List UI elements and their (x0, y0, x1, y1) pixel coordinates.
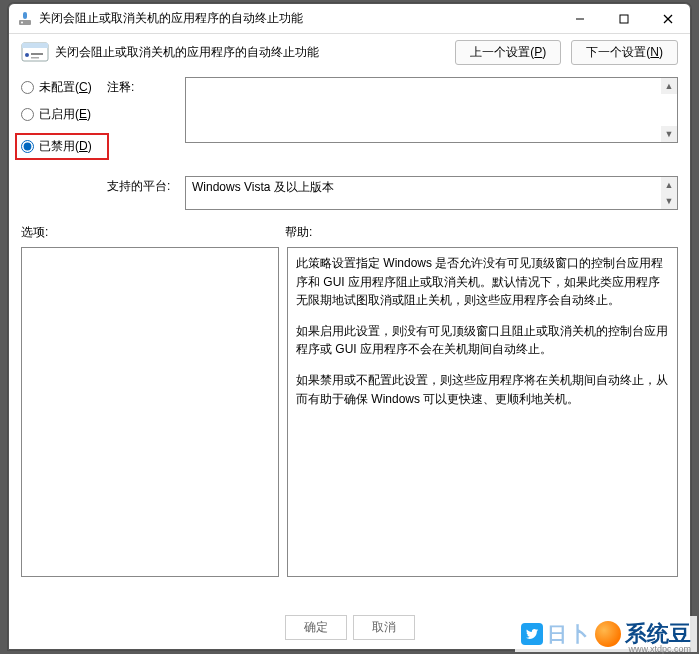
radio-group: 未配置(C) 已启用(E) 已禁用(D) (21, 77, 107, 170)
radio-disabled-input[interactable] (21, 140, 34, 153)
platform-value: Windows Vista 及以上版本 (192, 180, 334, 194)
cancel-button[interactable]: 取消 (353, 615, 415, 640)
twitter-icon (521, 623, 543, 645)
scroll-up-icon[interactable]: ▲ (661, 177, 677, 193)
svg-rect-1 (19, 20, 31, 25)
radio-enabled-input[interactable] (21, 108, 34, 121)
watermark: 日卜 系统豆 www.xtdpc.com (515, 616, 697, 652)
radio-not-configured-input[interactable] (21, 81, 34, 94)
svg-rect-11 (31, 57, 39, 59)
comment-label: 注释: (107, 77, 185, 170)
help-p2: 如果启用此设置，则没有可见顶级窗口且阻止或取消关机的控制台应用程序或 GUI 应… (296, 322, 669, 359)
radio-enabled[interactable]: 已启用(E) (21, 106, 107, 123)
watermark-text-1: 日卜 (547, 621, 591, 648)
scroll-up-icon[interactable]: ▲ (661, 78, 677, 94)
comment-textarea[interactable]: ▲ ▼ (185, 77, 678, 143)
nav-buttons: 上一个设置(P) 下一个设置(N) (455, 40, 678, 65)
radio-not-configured[interactable]: 未配置(C) (21, 79, 107, 96)
options-pane (21, 247, 279, 577)
help-label: 帮助: (285, 224, 312, 241)
svg-rect-4 (620, 15, 628, 23)
minimize-button[interactable] (558, 4, 602, 33)
prev-setting-button[interactable]: 上一个设置(P) (455, 40, 561, 65)
svg-point-2 (21, 21, 23, 23)
maximize-button[interactable] (602, 4, 646, 33)
sub-title: 关闭会阻止或取消关机的应用程序的自动终止功能 (55, 44, 455, 61)
help-p3: 如果禁用或不配置此设置，则这些应用程序将在关机期间自动终止，从而有助于确保 Wi… (296, 371, 669, 408)
fox-icon (595, 621, 621, 647)
radio-disabled[interactable]: 已禁用(D) (15, 133, 109, 160)
svg-point-9 (25, 53, 29, 57)
help-pane: 此策略设置指定 Windows 是否允许没有可见顶级窗口的控制台应用程序和 GU… (287, 247, 678, 577)
content-area: 未配置(C) 已启用(E) 已禁用(D) 注释: ▲ ▼ 支持的平台: (9, 73, 690, 577)
svg-rect-8 (22, 43, 48, 48)
close-button[interactable] (646, 4, 690, 33)
platform-field: Windows Vista 及以上版本 ▲ ▼ (185, 176, 678, 210)
svg-rect-10 (31, 53, 43, 55)
options-label: 选项: (21, 224, 285, 241)
svg-rect-0 (23, 12, 27, 19)
sub-header: 关闭会阻止或取消关机的应用程序的自动终止功能 上一个设置(P) 下一个设置(N) (9, 34, 690, 73)
scroll-down-icon[interactable]: ▼ (661, 193, 677, 209)
app-icon (17, 11, 33, 27)
scroll-down-icon[interactable]: ▼ (661, 126, 677, 142)
help-p1: 此策略设置指定 Windows 是否允许没有可见顶级窗口的控制台应用程序和 GU… (296, 254, 669, 310)
window-title: 关闭会阻止或取消关机的应用程序的自动终止功能 (39, 10, 558, 27)
window-controls (558, 4, 690, 33)
policy-icon (21, 42, 49, 64)
watermark-url: www.xtdpc.com (628, 644, 691, 654)
dialog-window: 关闭会阻止或取消关机的应用程序的自动终止功能 关闭会阻止或取消关机的应用程序的自… (8, 3, 691, 650)
title-bar: 关闭会阻止或取消关机的应用程序的自动终止功能 (9, 4, 690, 34)
platform-label: 支持的平台: (107, 176, 185, 210)
ok-button[interactable]: 确定 (285, 615, 347, 640)
next-setting-button[interactable]: 下一个设置(N) (571, 40, 678, 65)
